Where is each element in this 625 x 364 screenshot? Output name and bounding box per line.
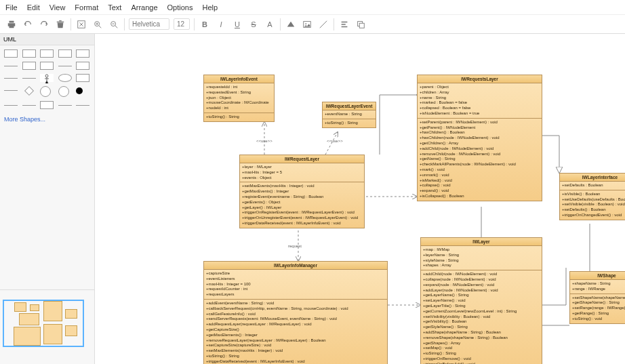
svg-point-7 — [45, 75, 48, 77]
font-select[interactable] — [129, 18, 169, 30]
separator — [70, 18, 71, 31]
shape-line[interactable] — [4, 66, 18, 66]
menubar: File Edit View Format Text Arrange Optio… — [0, 0, 625, 15]
class-title: IWRequestLayer — [240, 155, 364, 163]
shape-conn3[interactable] — [58, 105, 72, 106]
canvas[interactable]: <<use>> <<use>> request IWLayerInfoEvent… — [95, 34, 625, 364]
shape-line2[interactable] — [58, 66, 72, 66]
menu-file[interactable]: File — [5, 3, 18, 12]
delete-icon[interactable] — [54, 18, 66, 31]
copy-icon[interactable] — [355, 18, 367, 31]
menu-options[interactable]: Options — [167, 3, 193, 12]
shape-class3[interactable] — [40, 49, 54, 58]
outline-panel[interactable] — [0, 289, 94, 364]
class-title: IWLayerInfoManager — [204, 262, 387, 270]
shape-diamond[interactable] — [24, 86, 34, 96]
strike-icon[interactable]: S — [247, 18, 260, 31]
image-icon[interactable] — [301, 18, 313, 31]
separator — [124, 18, 125, 31]
menu-text[interactable]: Text — [108, 3, 121, 12]
zoom-in-icon[interactable] — [92, 18, 104, 31]
separator — [280, 18, 281, 31]
more-shapes-link[interactable]: More Shapes... — [0, 113, 94, 125]
class-ops: +toString() : String — [204, 113, 274, 121]
size-select[interactable] — [174, 18, 190, 30]
font-color-icon[interactable]: A — [264, 18, 276, 31]
shape-note[interactable] — [76, 74, 89, 82]
sidebar-section-label: UML — [0, 34, 94, 45]
stereotype-label: request — [288, 244, 302, 248]
shape-rect[interactable] — [22, 62, 36, 70]
shape-class2[interactable] — [22, 49, 36, 58]
fit-icon[interactable] — [75, 18, 87, 31]
menu-arrange[interactable]: Arrange — [131, 3, 157, 12]
class-title: IWLayerInfoEvent — [204, 75, 274, 83]
class-attrs: +requesteldd : int +requestedEvent : Str… — [204, 83, 274, 113]
shape-class4[interactable] — [58, 49, 72, 58]
svg-rect-6 — [359, 23, 364, 28]
sidebar: UML More Sh — [0, 34, 95, 364]
shape-conn4[interactable] — [76, 105, 89, 106]
class-title: IWRequestLayerEvent — [323, 102, 376, 110]
menu-format[interactable]: Format — [75, 3, 98, 12]
menu-view[interactable]: View — [49, 3, 66, 12]
shape-dot[interactable] — [76, 87, 83, 94]
shape-conn[interactable] — [4, 105, 18, 106]
shape-assoc2[interactable] — [22, 78, 36, 79]
shape-palette — [0, 45, 94, 113]
print-icon[interactable] — [5, 18, 18, 31]
shape-circle[interactable] — [40, 86, 51, 97]
class-IWRequestLayerEvent[interactable]: IWRequestLayerEvent +eventName : String … — [322, 102, 376, 128]
menu-help[interactable]: Help — [202, 3, 218, 12]
stereotype-label: <<use>> — [256, 139, 273, 143]
fill-icon[interactable] — [285, 18, 297, 31]
svg-point-4 — [305, 23, 306, 24]
redo-icon[interactable] — [38, 18, 50, 31]
shape-class[interactable] — [4, 49, 18, 58]
shape-usecase[interactable] — [58, 74, 72, 82]
shape-rect2[interactable] — [40, 62, 54, 70]
undo-icon[interactable] — [22, 18, 34, 31]
align-icon[interactable] — [338, 18, 350, 31]
class-title: IWShape — [570, 272, 625, 280]
class-IWShape[interactable]: IWShape +shapeName : String +range : IWR… — [569, 271, 625, 324]
line-icon[interactable] — [317, 18, 329, 31]
class-IWLayerInterface[interactable]: IWLayerInterface +setDefaults : Boolean … — [559, 173, 625, 220]
shape-pkg[interactable] — [40, 101, 54, 109]
class-title: IWLayer — [421, 238, 542, 246]
class-title: IWRequestsLayer — [418, 75, 542, 83]
zoom-out-icon[interactable] — [108, 18, 120, 31]
shape-circle2[interactable] — [58, 86, 69, 97]
shape-class5[interactable] — [76, 49, 89, 58]
shape-dep[interactable] — [4, 90, 18, 91]
outline-viewport[interactable] — [3, 300, 84, 347]
shape-actor[interactable] — [40, 74, 54, 82]
class-IWLayerInfoEvent[interactable]: IWLayerInfoEvent +requesteldd : int +req… — [203, 75, 275, 122]
class-title: IWLayerInterface — [560, 174, 625, 182]
class-IWLayer[interactable]: IWLayer +map : IWMap +layerName : String… — [420, 237, 542, 364]
stereotype-label: <<use>> — [327, 139, 343, 143]
class-IWLayerInfoManager[interactable]: IWLayerInfoManager +captureSize +eventLi… — [203, 261, 388, 364]
shape-assoc[interactable] — [4, 78, 18, 79]
underline-icon[interactable]: U — [231, 18, 243, 31]
toolbar: B I U S A — [0, 15, 625, 34]
separator — [194, 18, 195, 31]
menu-edit[interactable]: Edit — [27, 3, 40, 12]
bold-icon[interactable]: B — [199, 18, 211, 31]
class-IWRequestLayer[interactable]: IWRequestLayer +layer : IWLayer +maxHits… — [239, 155, 365, 228]
class-IWRequestsLayer[interactable]: IWRequestsLayer +parent : Object +childr… — [417, 75, 542, 201]
separator — [334, 18, 334, 31]
shape-rect3[interactable] — [76, 62, 89, 70]
italic-icon[interactable]: I — [215, 18, 227, 31]
shape-conn2[interactable] — [22, 105, 36, 106]
